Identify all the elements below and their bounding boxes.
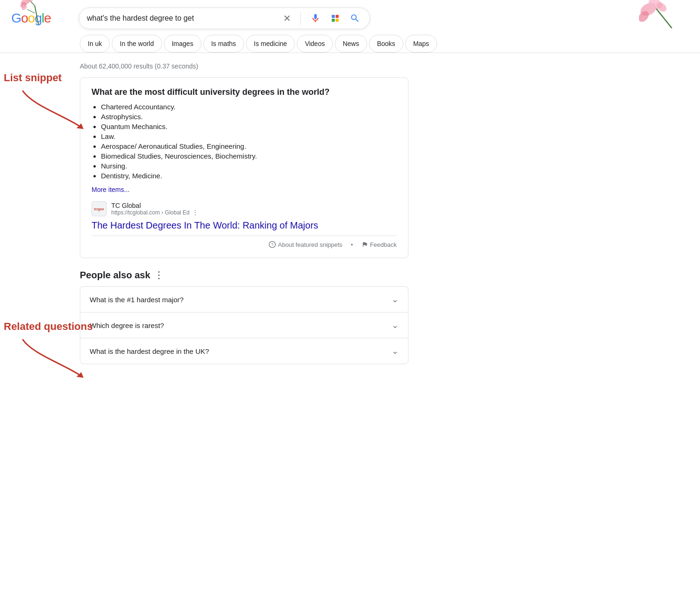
chevron-down-icon-1: ⌄ (392, 294, 399, 305)
svg-point-3 (25, 0, 33, 2)
tab-videos[interactable]: Videos (297, 35, 333, 53)
flag-icon (362, 241, 368, 248)
list-item: Chartered Accountancy. (101, 103, 397, 111)
svg-point-6 (21, 5, 28, 11)
source-url: https://tcglobal.com › Global Ed ⋮ (111, 209, 198, 216)
lens-icon (330, 13, 340, 23)
close-icon: ✕ (283, 13, 291, 24)
annotation-related-text: Related questions (4, 321, 98, 333)
source-name: TC Global (111, 202, 198, 209)
main-content: List snippet Related questions About 62,… (0, 53, 700, 374)
more-items-link[interactable]: More items... (92, 186, 130, 193)
list-item: Biomedical Studies, Neurosciences, Bioch… (101, 152, 397, 160)
source-menu-dots[interactable]: ⋮ (192, 209, 198, 216)
featured-snippet: What are the most difficult university d… (80, 77, 408, 258)
tab-news[interactable]: News (335, 35, 367, 53)
microphone-icon (310, 13, 321, 23)
annotation-arrow-2 (4, 335, 88, 382)
question-circle-icon: ? (269, 241, 276, 248)
tab-in-the-world[interactable]: In the world (112, 35, 162, 53)
chevron-down-icon-3: ⌄ (392, 346, 399, 356)
feedback-button[interactable]: Feedback (362, 241, 397, 248)
svg-point-8 (639, 0, 659, 19)
tab-books[interactable]: Books (369, 35, 403, 53)
result-title[interactable]: The Hardest Degrees In The World: Rankin… (92, 220, 397, 231)
paa-menu-dots[interactable]: ⋮ (154, 269, 163, 281)
paa-item-3[interactable]: What is the hardest degree in the UK? ⌄ (80, 338, 408, 364)
search-bar[interactable]: ✕ (79, 8, 370, 29)
search-input[interactable] (87, 14, 281, 23)
snippet-list: Chartered Accountancy. Astrophysics. Qua… (92, 103, 397, 180)
tab-is-maths[interactable]: Is maths (203, 35, 244, 53)
svg-rect-12 (330, 13, 340, 23)
google-logo: Google (11, 11, 68, 26)
divider (300, 12, 301, 25)
chevron-down-icon-2: ⌄ (392, 320, 399, 330)
svg-point-4 (19, 0, 28, 9)
snippet-footer: ? About featured snippets • Feedback (92, 236, 397, 248)
tab-in-uk[interactable]: In uk (80, 35, 110, 53)
about-featured-snippets[interactable]: ? About featured snippets (269, 241, 342, 248)
paa-item-2[interactable]: Which degree is rarest? ⌄ (80, 312, 408, 338)
people-also-ask-section: People also ask ⋮ What is the #1 hardest… (80, 269, 408, 364)
paa-item-1[interactable]: What is the #1 hardest major? ⌄ (80, 286, 408, 312)
footer-dot: • (351, 241, 353, 248)
results-count: About 62,400,000 results (0.37 seconds) (80, 62, 408, 70)
paa-question-2: Which degree is rarest? (90, 321, 164, 329)
search-button[interactable] (348, 11, 362, 25)
annotation-list-snippet-text: List snippet (4, 72, 98, 84)
annotation-arrow-1 (4, 86, 88, 133)
results-area: About 62,400,000 results (0.37 seconds) … (80, 62, 408, 364)
svg-text:?: ? (271, 242, 273, 247)
annotation-list-snippet: List snippet (4, 72, 98, 133)
svg-line-1 (29, 0, 35, 6)
svg-point-10 (639, 9, 651, 23)
header: Google ✕ (0, 0, 700, 53)
snippet-question: What are the most difficult university d… (92, 87, 397, 97)
list-item: Dentistry, Medicine. (101, 172, 397, 180)
list-item: Aerospace/ Aeronautical Studies, Enginee… (101, 142, 397, 150)
clear-button[interactable]: ✕ (281, 11, 293, 26)
logo-text: Google (11, 11, 51, 26)
source-info: TC Global https://tcglobal.com › Global … (111, 202, 198, 216)
source-favicon: tc/goo (92, 201, 107, 216)
voice-search-button[interactable] (308, 11, 323, 25)
list-item: Nursing. (101, 162, 397, 170)
svg-point-2 (20, 0, 31, 6)
tab-maps[interactable]: Maps (405, 35, 437, 53)
svg-point-11 (655, 0, 669, 14)
paa-question-1: What is the #1 hardest major? (90, 296, 184, 304)
lens-search-button[interactable] (328, 11, 342, 25)
paa-title: People also ask (80, 270, 150, 281)
annotation-related-questions: Related questions (4, 321, 98, 382)
source-block: tc/goo TC Global https://tcglobal.com › … (92, 201, 397, 216)
list-item: Quantum Mechanics. (101, 122, 397, 130)
search-icons: ✕ (281, 11, 362, 26)
search-icon (350, 13, 360, 23)
tab-images[interactable]: Images (164, 35, 201, 53)
list-item: Law. (101, 132, 397, 140)
tab-is-medicine[interactable]: Is medicine (246, 35, 295, 53)
paa-question-3: What is the hardest degree in the UK? (90, 347, 209, 355)
list-item: Astrophysics. (101, 113, 397, 121)
paa-list: What is the #1 hardest major? ⌄ Which de… (80, 286, 408, 364)
search-tabs: In uk In the world Images Is maths Is me… (0, 35, 700, 53)
svg-line-7 (653, 5, 672, 28)
header-top: Google ✕ (0, 8, 700, 35)
svg-point-9 (647, 0, 663, 11)
paa-header: People also ask ⋮ (80, 269, 408, 281)
